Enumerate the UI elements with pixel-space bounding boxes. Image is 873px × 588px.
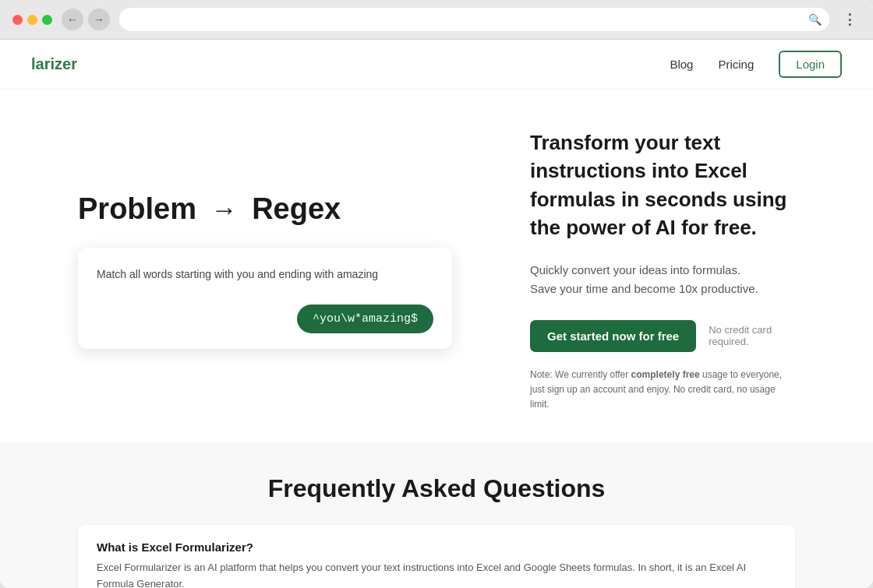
hero-title-part2: Regex (252, 192, 341, 225)
nav-logo: larizer (31, 55, 77, 73)
hero-title-part1: Problem (78, 192, 196, 225)
faq-title: Frequently Asked Questions (78, 474, 795, 503)
note-text: Note: We currently offer completely free… (530, 368, 795, 413)
nav-buttons: ← → (62, 9, 110, 30)
navbar: larizer Blog Pricing Login (0, 40, 873, 90)
hero-title-arrow: → (211, 195, 238, 224)
website-content: larizer Blog Pricing Login Problem → Reg… (0, 40, 873, 588)
faq-item: What is Excel Formularizer? Excel Formul… (78, 525, 795, 588)
demo-input-text: Match all words starting with you and en… (97, 266, 433, 283)
forward-button[interactable]: → (88, 9, 110, 30)
more-options-button[interactable]: ⋮ (839, 9, 861, 30)
cta-button[interactable]: Get started now for free (530, 320, 696, 352)
demo-box: Match all words starting with you and en… (78, 248, 452, 349)
hero-section: Problem → Regex Match all words starting… (0, 90, 873, 443)
cta-row: Get started now for free No credit card … (530, 320, 795, 352)
nav-blog-link[interactable]: Blog (670, 58, 693, 71)
hero-tagline: Transform your text instructions into Ex… (530, 129, 795, 242)
close-button[interactable] (12, 15, 23, 25)
note-prefix: Note: We currently offer (530, 369, 631, 380)
maximize-button[interactable] (42, 15, 52, 25)
hero-left: Problem → Regex Match all words starting… (78, 192, 468, 349)
regex-result-badge: ^you\w*amazing$ (297, 305, 433, 333)
note-bold: completely free (631, 369, 700, 380)
nav-right: Blog Pricing Login (670, 51, 842, 78)
hero-title: Problem → Regex (78, 192, 468, 226)
address-bar-container: 🔍 (119, 8, 829, 31)
browser-window: ← → 🔍 ⋮ larizer Blog Pricing Login Probl… (0, 0, 873, 588)
back-button[interactable]: ← (62, 9, 83, 30)
browser-chrome: ← → 🔍 ⋮ (0, 0, 873, 40)
hero-right: Transform your text instructions into Ex… (530, 129, 795, 412)
traffic-lights (12, 15, 52, 25)
faq-question: What is Excel Formularizer? (97, 540, 776, 554)
hero-sub2: Save your time and become 10x productive… (530, 282, 758, 295)
faq-answer: Excel Formularizer is an AI platform tha… (97, 560, 776, 588)
no-cc-text: No credit card required. (709, 324, 795, 347)
faq-section: Frequently Asked Questions What is Excel… (0, 443, 873, 588)
login-button[interactable]: Login (779, 51, 842, 78)
nav-pricing-link[interactable]: Pricing (718, 58, 754, 71)
hero-sub1: Quickly convert your ideas into formulas… (530, 263, 740, 276)
demo-output: ^you\w*amazing$ (97, 305, 433, 333)
address-input[interactable] (119, 8, 829, 31)
hero-sub: Quickly convert your ideas into formulas… (530, 261, 795, 298)
minimize-button[interactable] (27, 15, 37, 25)
